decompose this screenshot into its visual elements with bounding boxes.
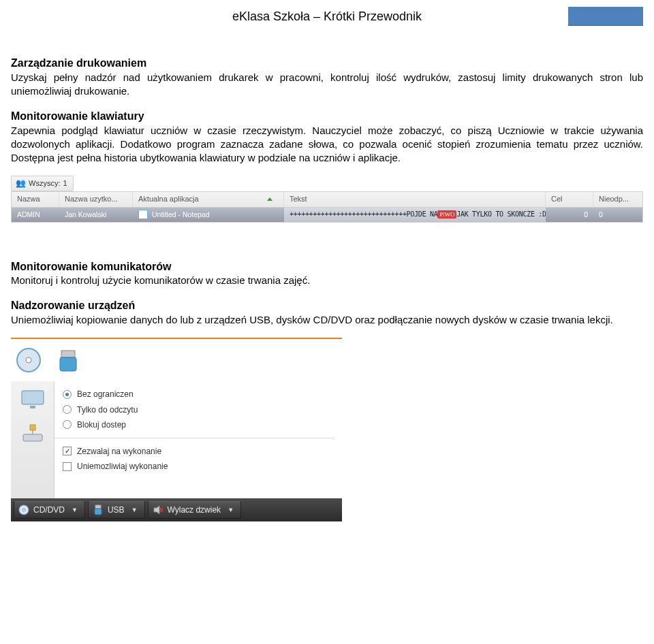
people-icon: 👥 [16, 178, 26, 189]
device-control-screenshot: Bez ograniczen Tylko do odczytu Blokuj d… [11, 338, 342, 521]
cell-user: Jan Kowalski [59, 208, 133, 222]
sort-asc-icon [267, 197, 272, 201]
cell-nieodp: 0 [593, 208, 642, 222]
section-title-devices: Nadzorowanie urządzeń [11, 298, 643, 313]
section-title-keyboard: Monitorowanie klawiatury [11, 109, 643, 124]
text-marked-word: PIWO [437, 210, 456, 219]
section-body-print: Uzyskaj pełny nadzór nad użytkowaniem dr… [11, 71, 643, 99]
col-cel[interactable]: Cel [546, 192, 593, 207]
section-body-im: Monitoruj i kontroluj użycie komunikator… [11, 274, 643, 287]
text-suffix: JAK TYLKO TO SKONCZE :DPIWO [456, 210, 546, 219]
svg-rect-12 [95, 509, 102, 515]
svg-point-1 [26, 357, 31, 363]
device-monitor-icon[interactable] [20, 389, 45, 410]
section-body-keyboard: Zapewnia podgląd klawiatur uczniów w cza… [11, 124, 643, 165]
section-title-im: Monitorowanie komunikatorów [11, 259, 643, 274]
radio-icon [63, 420, 72, 429]
device-mid: Bez ograniczen Tylko do odczytu Blokuj d… [11, 381, 342, 498]
table-header-row: Nazwa Nazwa uzytko... Aktualna aplikacja… [11, 191, 643, 208]
cell-app: Untitled - Notepad [133, 208, 284, 222]
section-body-keyboard-text: Zapewnia podgląd klawiatur uczniów w cza… [11, 125, 643, 150]
col-app-label: Aktualna aplikacja [138, 194, 199, 204]
disc-icon [18, 504, 29, 515]
radio-block-access[interactable]: Blokuj dostep [63, 419, 342, 431]
device-options-panel: Bez ograniczen Tylko do odczytu Blokuj d… [54, 381, 342, 498]
radio-label: Tylko do odczytu [77, 404, 138, 415]
col-aktualna-aplikacja[interactable]: Aktualna aplikacja [133, 192, 284, 207]
table-row[interactable]: ADMIN Jan Kowalski Untitled - Notepad ++… [11, 208, 643, 223]
text-prefix: ++++++++++++++++++++++++++++++POJDE NA [290, 210, 437, 219]
toolbar-usb-label: USB [108, 504, 125, 515]
all-count: 1 [63, 178, 67, 189]
disc-large-icon [15, 347, 42, 374]
check-allow-exec[interactable]: ✓ Zezwalaj na wykonanie [63, 445, 342, 457]
cell-tekst: ++++++++++++++++++++++++++++++POJDE NA P… [284, 208, 546, 222]
toolbar-mute-label: Wylacz dzwiek [168, 504, 221, 515]
chevron-down-icon: ▼ [228, 506, 234, 514]
svg-rect-3 [60, 357, 76, 371]
svg-rect-7 [30, 425, 35, 430]
speaker-mute-icon [153, 504, 164, 515]
radio-label: Bez ograniczen [77, 389, 134, 400]
radio-icon [63, 405, 72, 414]
radio-read-only[interactable]: Tylko do odczytu [63, 404, 342, 416]
svg-rect-4 [22, 391, 44, 404]
header-accent-bar [568, 7, 643, 26]
notepad-icon [138, 210, 148, 219]
radio-label: Blokuj dostep [77, 419, 126, 430]
col-nieodp[interactable]: Nieodp... [593, 192, 642, 207]
section-body-devices: Uniemożliwiaj kopiowanie danych do lub z… [11, 313, 643, 327]
device-hub-icon[interactable] [20, 423, 45, 444]
toolbar-usb-button[interactable]: USB ▼ [88, 501, 145, 519]
toolbar-mute-button[interactable]: Wylacz dzwiek ▼ [148, 501, 242, 519]
checkbox-icon: ✓ [63, 447, 72, 455]
cell-cel: 0 [546, 208, 593, 222]
device-left-rail [11, 381, 54, 498]
svg-point-10 [22, 509, 25, 511]
device-top-icons [11, 339, 342, 381]
svg-rect-2 [61, 351, 75, 357]
svg-rect-5 [30, 406, 35, 408]
check-deny-exec[interactable]: Uniemozliwiaj wykonanie [63, 460, 342, 472]
section-body-keyboard-italic: Dostępna jest pełna historia ubytkowania… [11, 152, 401, 163]
toolbar-cd-label: CD/DVD [33, 504, 65, 515]
chevron-down-icon: ▼ [131, 506, 138, 514]
check-label: Uniemozliwiaj wykonanie [77, 461, 168, 472]
check-label: Zezwalaj na wykonanie [77, 446, 161, 457]
chevron-down-icon: ▼ [72, 506, 78, 514]
col-nazwa-uzytkownika[interactable]: Nazwa uzytko... [59, 192, 133, 207]
svg-rect-6 [23, 434, 42, 441]
page-header: eKlasa Szkoła – Krótki Przewodnik [11, 0, 643, 33]
radio-no-restrictions[interactable]: Bez ograniczen [63, 388, 342, 400]
col-nazwa[interactable]: Nazwa [12, 192, 59, 207]
checkbox-icon [63, 462, 72, 471]
header-title: eKlasa Szkoła – Krótki Przewodnik [86, 8, 568, 25]
group-all-students[interactable]: 👥 Wszyscy: 1 [11, 176, 74, 191]
page: eKlasa Szkoła – Krótki Przewodnik Zarząd… [0, 0, 654, 535]
radio-icon [63, 390, 72, 399]
col-tekst[interactable]: Tekst [284, 192, 546, 207]
all-label: Wszyscy: [29, 178, 60, 189]
svg-marker-13 [154, 506, 159, 514]
divider [54, 438, 334, 438]
keyboard-monitor-screenshot: 👥 Wszyscy: 1 Nazwa Nazwa uzytko... Aktua… [11, 176, 643, 222]
usb-icon [93, 504, 104, 515]
usb-stick-large-icon [54, 347, 82, 374]
cell-nazwa: ADMIN [12, 208, 59, 222]
section-title-print: Zarządzanie drukowaniem [11, 56, 643, 71]
device-toolbar: CD/DVD ▼ USB ▼ Wylacz dzwiek ▼ [11, 498, 342, 521]
cell-app-text: Untitled - Notepad [152, 210, 210, 219]
svg-rect-11 [95, 505, 101, 509]
toolbar-cd-dvd-button[interactable]: CD/DVD ▼ [14, 501, 85, 519]
